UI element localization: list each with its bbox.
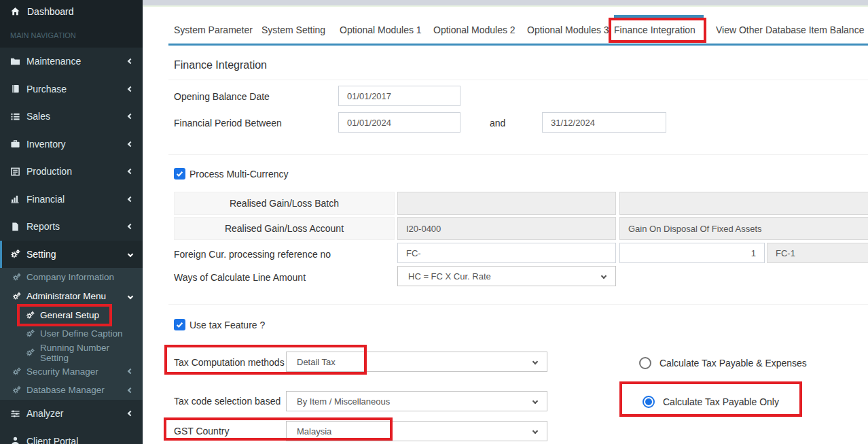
chevron-left-icon [128,141,133,147]
gears-icon [12,367,21,376]
gst-country-label: GST Country [174,426,229,437]
tab-system-parameter[interactable]: System Parameter [174,24,253,35]
home-icon [10,6,20,16]
sidebar-item-running-number-setting[interactable]: Running Number Setting [0,343,143,362]
sidebar-item-label: Database Manager [26,385,105,395]
sidebar-item-label: Administrator Menu [26,291,106,301]
tab-optional-modules-2[interactable]: Optional Modules 2 [433,24,516,35]
chevron-left-icon [128,224,133,229]
folder-icon [10,56,20,67]
book-icon [10,84,20,94]
divider [168,304,868,305]
tab-optional-modules-1[interactable]: Optional Modules 1 [340,24,422,35]
tab-system-setting[interactable]: System Setting [261,24,325,35]
sidebar-item-setting[interactable]: Setting [0,241,143,269]
chevron-left-icon [128,388,133,393]
financial-period-from-input[interactable] [338,112,460,133]
bar-chart-icon [10,194,20,204]
sidebar: Dashboard MAIN NAVIGATION Maintenance Pu… [0,0,143,444]
sidebar-item-label: Client Portal [26,436,78,444]
sidebar-item-maintenance[interactable]: Maintenance [0,48,143,75]
settings-panel: System Parameter System Setting Optional… [143,5,868,444]
sidebar-item-client-portal[interactable]: Client Portal [0,427,143,444]
tax-computation-methods-value: Detail Tax [297,357,336,367]
tax-computation-methods-select[interactable]: Detail Tax [286,352,547,372]
list-icon [10,112,20,122]
gst-country-value: Malaysia [297,426,331,437]
chevron-down-icon [532,359,538,364]
process-multi-currency-row: Process Multi-Currency [174,168,288,180]
sidebar-item-label: Reports [26,221,60,232]
financial-period-and-label: and [490,118,505,129]
chevron-down-icon [532,398,538,404]
sidebar-item-label: Analyzer [26,408,63,419]
tax-payable-expenses-label: Calculate Tax Payable & Expenses [659,358,807,369]
gears-icon [26,311,35,320]
sidebar-item-label: Production [26,166,72,177]
gst-country-select[interactable]: Malaysia [286,421,547,441]
main-content: System Parameter System Setting Optional… [143,0,868,444]
sidebar-item-dashboard[interactable]: Dashboard [0,0,143,22]
person-icon [10,436,20,444]
tab-view-other-database-item-balance[interactable]: View Other Database Item Balance [716,24,864,35]
active-tab-indicator [614,15,704,18]
gears-icon [12,292,21,301]
briefcase-icon [10,139,20,149]
sidebar-item-sales[interactable]: Sales [0,103,143,131]
tab-optional-modules-3[interactable]: Optional Modules 3 [527,24,609,35]
sidebar-item-administrator-menu[interactable]: Administrator Menu [0,287,143,306]
sidebar-item-production[interactable]: Production [0,158,143,186]
ways-of-calculate-select[interactable]: HC = FC X Cur. Rate [397,266,616,286]
sidebar-item-label: Inventory [26,139,66,150]
realised-gain-loss-account-code-field: I20-0400 [397,217,616,240]
sidebar-item-analyzer[interactable]: Analyzer [0,400,143,428]
sidebar-item-security-manager[interactable]: Security Manager [0,362,143,381]
sliders-icon [10,409,20,419]
use-tax-feature-checkbox[interactable] [174,319,185,330]
tax-computation-methods-label: Tax Computation methods [174,357,285,368]
chevron-left-icon [128,114,133,119]
tax-payable-expenses-radio[interactable] [639,357,651,369]
sidebar-item-label: Security Manager [26,366,98,377]
sidebar-item-label: Dashboard [27,6,74,17]
realised-gain-loss-account-label: Realised Gain/Loss Account [174,217,395,240]
sidebar-item-database-manager[interactable]: Database Manager [0,381,143,400]
sidebar-item-user-define-caption[interactable]: User Define Caption [0,324,143,343]
chevron-left-icon [128,197,133,202]
financial-period-to-input[interactable] [542,112,666,133]
sidebar-section-label: MAIN NAVIGATION [0,22,143,48]
sidebar-item-inventory[interactable]: Inventory [0,131,143,158]
gears-icon [26,329,35,338]
file-icon [10,222,20,232]
sidebar-item-label: General Setup [40,310,99,320]
process-multi-currency-checkbox[interactable] [174,168,185,180]
sidebar-item-company-information[interactable]: Company Information [0,268,143,287]
foreign-currency-number-input[interactable] [619,243,765,263]
chevron-left-icon [128,58,133,64]
sidebar-item-label: Company Information [26,272,114,282]
chevron-left-icon [128,169,133,174]
divider [168,80,868,80]
use-tax-feature-row: Use tax Feature ? [174,319,265,330]
tab-finance-integration[interactable]: Finance Integration [614,24,695,35]
sidebar-item-general-setup[interactable]: General Setup [0,305,143,324]
process-multi-currency-label: Process Multi-Currency [189,169,288,180]
opening-balance-date-input[interactable] [338,86,460,106]
realised-gain-loss-account-name-field: Gain On Disposal Of Fixed Assets [619,217,868,240]
tax-payable-only-radio[interactable] [643,396,655,408]
tax-code-selection-label: Tax code selection based [174,396,281,407]
tax-code-selection-select[interactable]: By Item / Miscellaneous [286,391,547,411]
sidebar-item-reports[interactable]: Reports [0,213,143,241]
chevron-down-icon [128,252,133,257]
sidebar-item-label: Setting [26,249,56,260]
foreign-currency-reference-label: Foreign Cur. processing reference no [174,249,331,260]
page-title: Finance Integration [174,59,267,71]
chevron-down-icon [128,293,133,298]
sidebar-item-financial[interactable]: Financial [0,186,143,214]
foreign-currency-prefix-input[interactable] [397,243,616,263]
sidebar-item-purchase[interactable]: Purchase [0,75,143,103]
sidebar-item-label: Sales [26,111,50,122]
chevron-down-icon [601,273,607,279]
sidebar-item-label: Maintenance [26,56,81,67]
tax-code-selection-value: By Item / Miscellaneous [297,396,390,407]
